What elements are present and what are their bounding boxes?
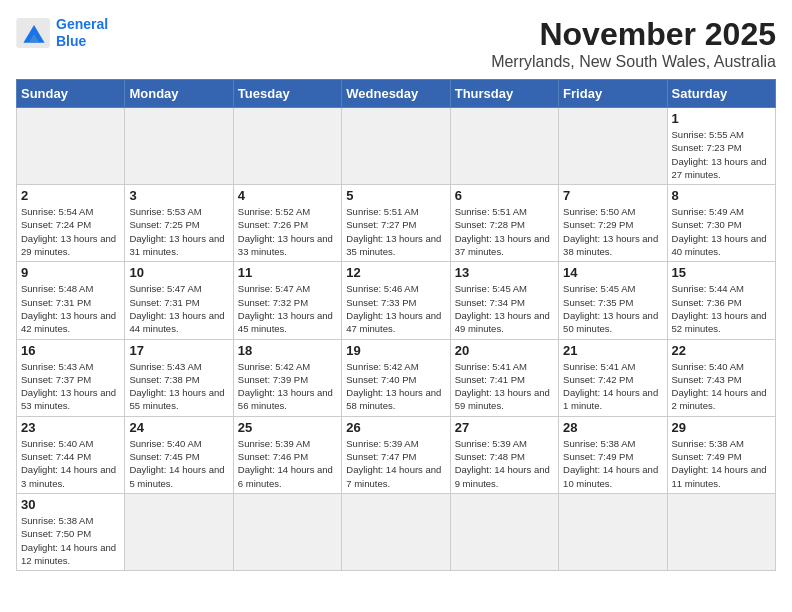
- weekday-header-sunday: Sunday: [17, 80, 125, 108]
- day-number: 30: [21, 497, 120, 512]
- day-number: 5: [346, 188, 445, 203]
- day-info: Sunrise: 5:51 AM Sunset: 7:28 PM Dayligh…: [455, 205, 554, 258]
- calendar: SundayMondayTuesdayWednesdayThursdayFrid…: [16, 79, 776, 571]
- calendar-cell: [667, 493, 775, 570]
- day-info: Sunrise: 5:47 AM Sunset: 7:32 PM Dayligh…: [238, 282, 337, 335]
- logo-text: General Blue: [56, 16, 108, 50]
- day-number: 26: [346, 420, 445, 435]
- logo-icon: [16, 18, 52, 48]
- day-number: 2: [21, 188, 120, 203]
- calendar-cell: 14Sunrise: 5:45 AM Sunset: 7:35 PM Dayli…: [559, 262, 667, 339]
- calendar-cell: 25Sunrise: 5:39 AM Sunset: 7:46 PM Dayli…: [233, 416, 341, 493]
- day-number: 24: [129, 420, 228, 435]
- day-info: Sunrise: 5:38 AM Sunset: 7:50 PM Dayligh…: [21, 514, 120, 567]
- header: General Blue November 2025 Merrylands, N…: [16, 16, 776, 71]
- month-title: November 2025: [491, 16, 776, 53]
- calendar-cell: 27Sunrise: 5:39 AM Sunset: 7:48 PM Dayli…: [450, 416, 558, 493]
- calendar-cell: [559, 493, 667, 570]
- weekday-header-wednesday: Wednesday: [342, 80, 450, 108]
- location-title: Merrylands, New South Wales, Australia: [491, 53, 776, 71]
- day-info: Sunrise: 5:47 AM Sunset: 7:31 PM Dayligh…: [129, 282, 228, 335]
- calendar-cell: 26Sunrise: 5:39 AM Sunset: 7:47 PM Dayli…: [342, 416, 450, 493]
- day-number: 13: [455, 265, 554, 280]
- day-number: 20: [455, 343, 554, 358]
- day-number: 12: [346, 265, 445, 280]
- calendar-cell: [559, 108, 667, 185]
- day-number: 11: [238, 265, 337, 280]
- calendar-week-row: 2Sunrise: 5:54 AM Sunset: 7:24 PM Daylig…: [17, 185, 776, 262]
- calendar-cell: 30Sunrise: 5:38 AM Sunset: 7:50 PM Dayli…: [17, 493, 125, 570]
- day-info: Sunrise: 5:45 AM Sunset: 7:34 PM Dayligh…: [455, 282, 554, 335]
- day-number: 6: [455, 188, 554, 203]
- calendar-cell: 5Sunrise: 5:51 AM Sunset: 7:27 PM Daylig…: [342, 185, 450, 262]
- calendar-week-row: 16Sunrise: 5:43 AM Sunset: 7:37 PM Dayli…: [17, 339, 776, 416]
- weekday-header-saturday: Saturday: [667, 80, 775, 108]
- day-number: 7: [563, 188, 662, 203]
- calendar-cell: 9Sunrise: 5:48 AM Sunset: 7:31 PM Daylig…: [17, 262, 125, 339]
- day-info: Sunrise: 5:43 AM Sunset: 7:37 PM Dayligh…: [21, 360, 120, 413]
- day-info: Sunrise: 5:46 AM Sunset: 7:33 PM Dayligh…: [346, 282, 445, 335]
- day-number: 17: [129, 343, 228, 358]
- day-number: 10: [129, 265, 228, 280]
- calendar-cell: [450, 493, 558, 570]
- calendar-week-row: 1Sunrise: 5:55 AM Sunset: 7:23 PM Daylig…: [17, 108, 776, 185]
- day-number: 27: [455, 420, 554, 435]
- calendar-cell: 7Sunrise: 5:50 AM Sunset: 7:29 PM Daylig…: [559, 185, 667, 262]
- day-number: 23: [21, 420, 120, 435]
- calendar-cell: 10Sunrise: 5:47 AM Sunset: 7:31 PM Dayli…: [125, 262, 233, 339]
- calendar-week-row: 23Sunrise: 5:40 AM Sunset: 7:44 PM Dayli…: [17, 416, 776, 493]
- day-info: Sunrise: 5:39 AM Sunset: 7:46 PM Dayligh…: [238, 437, 337, 490]
- logo-line1: General: [56, 16, 108, 32]
- day-info: Sunrise: 5:43 AM Sunset: 7:38 PM Dayligh…: [129, 360, 228, 413]
- calendar-cell: 16Sunrise: 5:43 AM Sunset: 7:37 PM Dayli…: [17, 339, 125, 416]
- calendar-cell: 22Sunrise: 5:40 AM Sunset: 7:43 PM Dayli…: [667, 339, 775, 416]
- day-number: 3: [129, 188, 228, 203]
- calendar-cell: 17Sunrise: 5:43 AM Sunset: 7:38 PM Dayli…: [125, 339, 233, 416]
- day-info: Sunrise: 5:55 AM Sunset: 7:23 PM Dayligh…: [672, 128, 771, 181]
- day-info: Sunrise: 5:40 AM Sunset: 7:45 PM Dayligh…: [129, 437, 228, 490]
- calendar-cell: 11Sunrise: 5:47 AM Sunset: 7:32 PM Dayli…: [233, 262, 341, 339]
- day-info: Sunrise: 5:49 AM Sunset: 7:30 PM Dayligh…: [672, 205, 771, 258]
- weekday-header-thursday: Thursday: [450, 80, 558, 108]
- day-info: Sunrise: 5:53 AM Sunset: 7:25 PM Dayligh…: [129, 205, 228, 258]
- calendar-week-row: 30Sunrise: 5:38 AM Sunset: 7:50 PM Dayli…: [17, 493, 776, 570]
- calendar-cell: 21Sunrise: 5:41 AM Sunset: 7:42 PM Dayli…: [559, 339, 667, 416]
- day-info: Sunrise: 5:42 AM Sunset: 7:40 PM Dayligh…: [346, 360, 445, 413]
- weekday-header-tuesday: Tuesday: [233, 80, 341, 108]
- calendar-cell: 6Sunrise: 5:51 AM Sunset: 7:28 PM Daylig…: [450, 185, 558, 262]
- title-area: November 2025 Merrylands, New South Wale…: [491, 16, 776, 71]
- calendar-cell: 2Sunrise: 5:54 AM Sunset: 7:24 PM Daylig…: [17, 185, 125, 262]
- day-info: Sunrise: 5:39 AM Sunset: 7:48 PM Dayligh…: [455, 437, 554, 490]
- day-number: 15: [672, 265, 771, 280]
- day-info: Sunrise: 5:40 AM Sunset: 7:43 PM Dayligh…: [672, 360, 771, 413]
- calendar-cell: [450, 108, 558, 185]
- day-info: Sunrise: 5:42 AM Sunset: 7:39 PM Dayligh…: [238, 360, 337, 413]
- day-number: 18: [238, 343, 337, 358]
- day-info: Sunrise: 5:50 AM Sunset: 7:29 PM Dayligh…: [563, 205, 662, 258]
- calendar-cell: 4Sunrise: 5:52 AM Sunset: 7:26 PM Daylig…: [233, 185, 341, 262]
- day-number: 28: [563, 420, 662, 435]
- day-info: Sunrise: 5:52 AM Sunset: 7:26 PM Dayligh…: [238, 205, 337, 258]
- calendar-cell: 1Sunrise: 5:55 AM Sunset: 7:23 PM Daylig…: [667, 108, 775, 185]
- calendar-cell: 29Sunrise: 5:38 AM Sunset: 7:49 PM Dayli…: [667, 416, 775, 493]
- day-number: 16: [21, 343, 120, 358]
- calendar-cell: [125, 493, 233, 570]
- calendar-cell: 19Sunrise: 5:42 AM Sunset: 7:40 PM Dayli…: [342, 339, 450, 416]
- logo: General Blue: [16, 16, 108, 50]
- day-info: Sunrise: 5:38 AM Sunset: 7:49 PM Dayligh…: [672, 437, 771, 490]
- day-info: Sunrise: 5:48 AM Sunset: 7:31 PM Dayligh…: [21, 282, 120, 335]
- weekday-header-friday: Friday: [559, 80, 667, 108]
- calendar-cell: 12Sunrise: 5:46 AM Sunset: 7:33 PM Dayli…: [342, 262, 450, 339]
- day-info: Sunrise: 5:51 AM Sunset: 7:27 PM Dayligh…: [346, 205, 445, 258]
- day-number: 4: [238, 188, 337, 203]
- calendar-cell: 28Sunrise: 5:38 AM Sunset: 7:49 PM Dayli…: [559, 416, 667, 493]
- logo-line2: Blue: [56, 33, 86, 49]
- day-info: Sunrise: 5:38 AM Sunset: 7:49 PM Dayligh…: [563, 437, 662, 490]
- calendar-cell: 24Sunrise: 5:40 AM Sunset: 7:45 PM Dayli…: [125, 416, 233, 493]
- day-number: 25: [238, 420, 337, 435]
- calendar-cell: 15Sunrise: 5:44 AM Sunset: 7:36 PM Dayli…: [667, 262, 775, 339]
- day-info: Sunrise: 5:45 AM Sunset: 7:35 PM Dayligh…: [563, 282, 662, 335]
- day-number: 1: [672, 111, 771, 126]
- day-number: 14: [563, 265, 662, 280]
- day-number: 29: [672, 420, 771, 435]
